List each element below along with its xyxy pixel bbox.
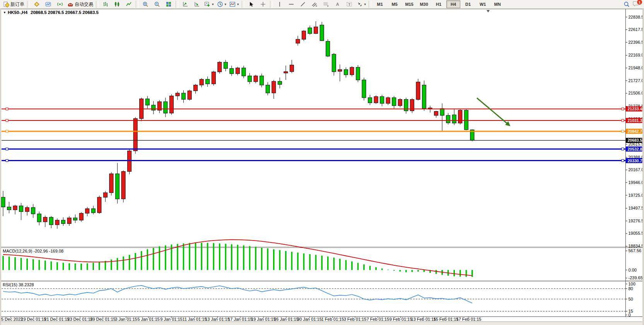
macd-histogram-bar [63,263,64,270]
macd-histogram-bar [297,253,299,270]
zoom-in-button[interactable] [140,0,151,9]
timeframe-button-MN[interactable]: MN [490,0,504,8]
line-handle[interactable] [622,148,624,150]
timeframe-button-H4[interactable]: H4 [446,0,460,8]
toolbar-right: 1 [623,0,641,8]
macd-histogram-bar [75,263,76,270]
channel-tool[interactable]: E [309,0,320,9]
candle-body [133,119,137,151]
notifications-button[interactable]: 1 [632,0,641,8]
time-tick-label: 17 Jan 01:15 [228,317,253,322]
text-tool[interactable]: A [332,0,343,9]
collapse-triangle-icon[interactable]: ▼ [3,11,6,14]
window-frame-left [0,9,1,325]
mt4-application: 新订单 自动交易 [0,0,644,325]
candle-body [350,67,354,75]
candle-body [67,218,71,224]
line-handle[interactable] [622,108,624,110]
line-handle[interactable] [6,148,8,150]
autotrading-button[interactable]: 自动交易 [66,0,95,9]
chart-canvas[interactable]: 22838.522617.522396.522169.021948.021727… [0,0,644,325]
line-handle[interactable] [6,108,8,110]
candle-body [326,41,330,56]
fibonacci-tool[interactable]: F [320,0,332,9]
timeframe-button-D1[interactable]: D1 [461,0,475,8]
symbols-button[interactable] [31,0,43,9]
bar-chart-button[interactable] [100,0,111,9]
symbol-info[interactable]: ▼HK50-,H420868.5 20876.5 20667.5 20683.5 [3,10,99,15]
arrows-tool[interactable]: ▾ [355,0,368,9]
svg-text:T: T [348,3,350,7]
macd-histogram-bar [333,258,335,270]
template-button[interactable]: ▾ [228,0,241,9]
rsi-tick-label: 0 [629,313,631,317]
text-icon: A [335,1,341,7]
candlestick-chart-button[interactable] [111,0,123,9]
rsi-indicator-label: RSI(15) 38.2328 [3,282,34,287]
line-handle[interactable] [622,119,624,122]
candle-body [212,72,215,84]
line-handle[interactable] [622,160,624,162]
candle-body [7,207,11,210]
signals-button[interactable] [54,0,66,9]
period-button[interactable]: ▾ [215,0,228,9]
macd-histogram-bar [219,243,220,270]
candle-body [422,85,426,108]
add-indicator-button[interactable]: ▾ [203,0,215,9]
candle-body [13,206,17,210]
crosshair-tool-button[interactable] [257,0,269,9]
cursor-tool-button[interactable] [246,0,257,9]
candle-body [31,208,35,214]
svg-text:E: E [316,5,317,7]
tile-windows-button[interactable] [163,0,174,9]
symbol-title: HK50-,H4 [8,10,27,15]
timeframe-button-W1[interactable]: W1 [476,0,490,8]
candle-body [128,151,132,172]
macd-histogram-bar [357,263,359,270]
cursor-icon [248,1,255,7]
macd-histogram-bar [111,260,112,270]
macd-histogram-bar [51,261,52,270]
trendline-tool[interactable] [297,0,309,9]
line-handle[interactable] [622,130,624,132]
macd-histogram-bar [201,243,202,270]
price-tick-label: 20167.0 [629,167,644,172]
timeframe-button-M30[interactable]: M30 [417,0,431,8]
horizontal-line-icon [288,1,294,7]
candle-body [386,98,390,103]
line-handle[interactable] [6,119,8,122]
macd-histogram-bar [327,256,329,270]
time-tick-label: 17 Feb 01:15 [456,317,482,322]
new-order-button[interactable]: 新订单 [2,0,26,9]
arrange-vertical-button[interactable] [179,0,191,9]
timeframe-button-M1[interactable]: M1 [373,0,387,8]
separator [136,1,138,8]
timeframe-button-H1[interactable]: H1 [432,0,446,8]
price-tick-label: 21727.0 [629,78,644,83]
line-chart-button[interactable] [123,0,135,9]
price-tick-label: 19725.0 [629,193,644,198]
time-tick-label: 7 Feb 01:15 [367,317,389,322]
time-tick-label: 21 Dec 01:15 [44,317,69,322]
macd-histogram-bar [417,270,419,272]
line-handle[interactable] [6,130,8,132]
time-tick-label: 26 Jan 01:15 [274,317,299,322]
macd-histogram-bar [412,270,413,272]
candle-body [79,213,83,220]
time-tick-label: 15 Feb 01:15 [434,317,459,322]
label-tool[interactable]: T [343,0,355,9]
timeframe-button-M5[interactable]: M5 [388,0,401,8]
price-badge-label: 21031.3 [628,118,642,123]
line-handle[interactable] [6,160,8,162]
macd-histogram-bar [279,250,281,270]
zoom-out-button[interactable] [151,0,163,9]
macd-histogram-bar [159,246,161,270]
timeframe-button-M15[interactable]: M15 [402,0,416,8]
crosshair-icon [260,1,266,7]
arrange-cascade-button[interactable] [191,0,203,9]
candle-body [49,217,53,225]
market-watch-button[interactable] [43,0,54,9]
vertical-line-tool[interactable] [274,0,285,9]
search-icon[interactable] [623,1,630,8]
horizontal-line-tool[interactable] [285,0,297,9]
